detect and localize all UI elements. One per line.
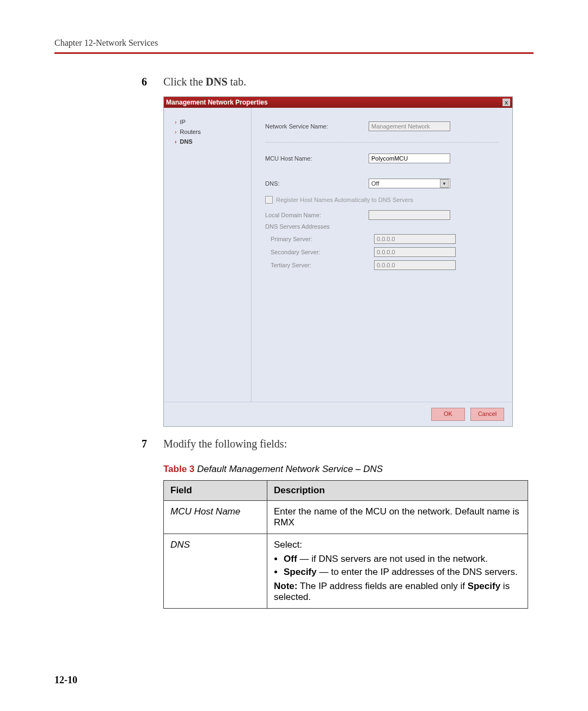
dialog-main: Network Service Name: MCU Host Name: DNS… [251,108,512,402]
label-dns-addresses: DNS Servers Addresses [265,223,499,230]
table-row: DNS Select: Off — if DNS servers are not… [164,534,528,609]
input-mcu-host[interactable] [369,154,450,163]
step-6: 6 Click the DNS tab. [142,76,534,88]
sidebar-item-dns[interactable]: › DNS [169,138,246,145]
dialog-titlebar: Management Network Properties x [164,97,512,108]
chevron-icon: › [175,119,176,125]
label-tertiary: Tertiary Server: [265,262,374,268]
input-tertiary [374,260,456,270]
th-field: Field [164,481,267,501]
table-row: MCU Host Name Enter the name of the MCU … [164,501,528,534]
table-caption: Table 3 Default Management Network Servi… [163,464,534,475]
chevron-icon: › [175,139,176,145]
step-7: 7 Modify the following fields: [142,438,534,450]
management-network-dialog: Management Network Properties x › IP › R… [163,96,513,427]
step-number: 7 [142,438,163,450]
dialog-title: Management Network Properties [166,99,268,106]
page-number: 12-10 [54,675,77,686]
label-service-name: Network Service Name: [265,123,369,130]
label-dns: DNS: [265,180,369,187]
dialog-sidebar: › IP › Routers › DNS [164,108,251,402]
sidebar-item-routers[interactable]: › Routers [169,128,246,135]
checkbox-icon [265,196,273,204]
ok-button[interactable]: OK [431,408,465,421]
th-desc: Description [267,481,528,501]
cancel-button[interactable]: Cancel [470,408,504,421]
sidebar-item-ip[interactable]: › IP [169,119,246,125]
input-secondary [374,247,456,257]
label-secondary: Secondary Server: [265,249,374,255]
input-local-domain [369,210,450,220]
label-local-domain: Local Domain Name: [265,212,369,218]
checkbox-register-dns[interactable]: Register Host Names Automatically to DNS… [265,196,499,204]
select-dns[interactable]: Off ▼ [369,179,450,188]
dialog-footer: OK Cancel [164,402,512,426]
input-service-name [369,121,450,131]
label-primary: Primary Server: [265,236,374,242]
step-number: 6 [142,76,163,88]
input-primary [374,234,456,244]
dns-fields-table: Field Description MCU Host Name Enter th… [163,480,528,609]
header-rule [54,52,534,54]
close-icon[interactable]: x [503,99,510,106]
chapter-header: Chapter 12-Network Services [54,38,534,48]
chevron-icon: › [175,129,176,135]
step-text: Modify the following fields: [163,438,287,450]
label-mcu-host: MCU Host Name: [265,155,369,162]
step-text: Click the DNS tab. [163,76,246,88]
chevron-down-icon: ▼ [440,179,449,188]
